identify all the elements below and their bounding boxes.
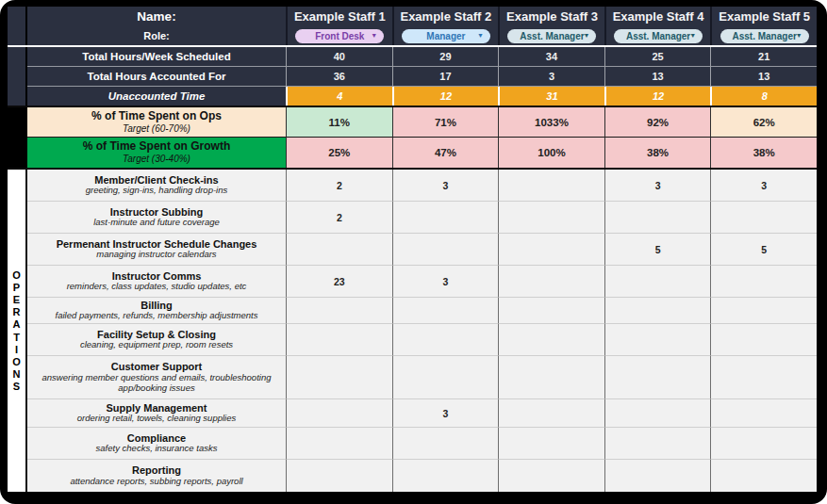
unaccounted-time-cell[interactable]: 8 xyxy=(710,87,817,106)
task-value-cell[interactable] xyxy=(498,234,604,266)
task-value-cell[interactable] xyxy=(604,399,711,428)
staff-column-header-2: Example Staff 2 xyxy=(392,7,499,26)
role-dropdown-front-desk[interactable]: Front Desk ▼ xyxy=(295,29,384,43)
hours-accounted-cell[interactable]: 13 xyxy=(604,67,711,87)
task-value-cell[interactable] xyxy=(498,356,604,399)
task-value-cell[interactable] xyxy=(286,234,392,266)
role-cell-5: Asst. Manager ▼ xyxy=(710,26,817,45)
hours-scheduled-cell[interactable]: 25 xyxy=(604,47,711,67)
task-value-cell[interactable] xyxy=(710,460,817,492)
task-value-cell[interactable] xyxy=(498,202,604,234)
task-value-cell[interactable]: 2 xyxy=(286,170,392,202)
task-value-cell[interactable] xyxy=(392,202,499,234)
task-value-cell[interactable] xyxy=(392,234,499,266)
task-value-cell[interactable] xyxy=(392,460,499,492)
hours-accounted-cell[interactable]: 17 xyxy=(392,67,499,87)
staff-time-tracker-sheet: Name: Example Staff 1 Example Staff 2 Ex… xyxy=(0,0,827,504)
hours-scheduled-cell[interactable]: 40 xyxy=(286,47,392,67)
hours-scheduled-cell[interactable]: 29 xyxy=(392,47,499,67)
hours-scheduled-cell[interactable]: 21 xyxy=(710,47,817,67)
task-value-cell[interactable] xyxy=(604,428,711,460)
task-value-cell[interactable]: 3 xyxy=(392,170,499,202)
task-value-cell[interactable] xyxy=(498,399,604,428)
role-cell-3: Asst. Manager ▼ xyxy=(498,26,604,45)
task-value-cell[interactable] xyxy=(498,324,604,356)
hours-scheduled-cell[interactable]: 34 xyxy=(498,47,604,67)
task-value-cell[interactable] xyxy=(286,428,392,460)
chevron-down-icon: ▼ xyxy=(371,32,377,39)
task-value-cell[interactable] xyxy=(286,460,392,492)
role-dropdown-manager[interactable]: Manager ▼ xyxy=(402,29,490,43)
task-value-cell[interactable] xyxy=(498,170,604,202)
operations-section: O P E R A T I O N S Member/Client Check-… xyxy=(8,170,817,492)
task-value-cell[interactable] xyxy=(286,298,392,324)
unaccounted-time-cell[interactable]: 12 xyxy=(392,87,499,106)
task-label-instructor-subbing: Instructor Subbing last-minute and futur… xyxy=(27,202,286,234)
ops-percent-cell[interactable]: 62% xyxy=(710,107,817,138)
ops-percent-cell[interactable]: 71% xyxy=(392,107,499,138)
growth-percent-label: % of Time Spent on Growth Target (30-40%… xyxy=(27,138,286,168)
task-value-cell[interactable] xyxy=(710,399,817,428)
task-value-cell[interactable]: 3 xyxy=(710,170,817,202)
growth-percent-cell[interactable]: 100% xyxy=(498,138,604,168)
task-value-cell[interactable] xyxy=(392,356,499,399)
task-value-cell[interactable] xyxy=(710,266,817,298)
header-section: Name: Example Staff 1 Example Staff 2 Ex… xyxy=(8,7,817,106)
unaccounted-time-cell[interactable]: 4 xyxy=(286,87,392,106)
task-value-cell[interactable]: 5 xyxy=(604,234,711,266)
task-label-facility-setup: Facility Setup & Closing cleaning, equip… xyxy=(27,324,286,356)
task-label-supply-management: Supply Management ordering retail, towel… xyxy=(27,399,286,428)
task-label-instructor-comms: Instructor Comms reminders, class update… xyxy=(27,266,286,298)
hours-accounted-cell[interactable]: 36 xyxy=(286,67,392,87)
ops-percent-cell[interactable]: 11% xyxy=(286,107,392,138)
task-value-cell[interactable] xyxy=(604,266,711,298)
task-value-cell[interactable] xyxy=(710,356,817,399)
task-value-cell[interactable]: 2 xyxy=(286,202,392,234)
task-value-cell[interactable] xyxy=(604,324,711,356)
task-value-cell[interactable] xyxy=(286,356,392,399)
task-value-cell[interactable] xyxy=(710,298,817,324)
task-value-cell[interactable] xyxy=(392,298,499,324)
growth-percent-cell[interactable]: 25% xyxy=(286,138,392,168)
ops-percent-cell[interactable]: 92% xyxy=(604,107,711,138)
task-value-cell[interactable] xyxy=(392,428,499,460)
task-value-cell[interactable]: 5 xyxy=(710,234,817,266)
task-label-customer-support: Customer Support answering member questi… xyxy=(27,356,286,399)
task-value-cell[interactable] xyxy=(498,460,604,492)
role-dropdown-label: Front Desk xyxy=(315,31,364,41)
task-value-cell[interactable]: 23 xyxy=(286,266,392,298)
task-value-cell[interactable] xyxy=(604,356,711,399)
task-value-cell[interactable]: 3 xyxy=(392,266,499,298)
growth-percent-cell[interactable]: 47% xyxy=(392,138,499,168)
task-value-cell[interactable] xyxy=(710,324,817,356)
unaccounted-time-cell[interactable]: 12 xyxy=(604,87,711,106)
task-value-cell[interactable] xyxy=(392,324,499,356)
task-value-cell[interactable]: 3 xyxy=(604,170,711,202)
role-dropdown-label: Asst. Manager xyxy=(733,31,797,41)
role-row-label: Role: xyxy=(27,26,286,45)
role-dropdown-asst-manager[interactable]: Asst. Manager ▼ xyxy=(720,29,809,43)
role-dropdown-asst-manager[interactable]: Asst. Manager ▼ xyxy=(507,29,596,43)
growth-percent-cell[interactable]: 38% xyxy=(604,138,711,168)
task-value-cell[interactable]: 3 xyxy=(392,399,499,428)
task-value-cell[interactable] xyxy=(604,460,711,492)
ops-percent-cell[interactable]: 1033% xyxy=(498,107,604,138)
operations-vertical-label: O P E R A T I O N S xyxy=(8,170,27,492)
task-value-cell[interactable] xyxy=(710,202,817,234)
task-value-cell[interactable] xyxy=(498,298,604,324)
growth-percent-title: % of Time Spent on Growth xyxy=(83,140,230,154)
unaccounted-time-cell[interactable]: 31 xyxy=(498,87,604,106)
task-label-compliance: Compliance safety checks, insurance task… xyxy=(27,428,286,460)
hours-accounted-cell[interactable]: 3 xyxy=(498,67,604,87)
task-value-cell[interactable] xyxy=(498,428,604,460)
role-dropdown-label: Asst. Manager xyxy=(626,31,690,41)
task-value-cell[interactable] xyxy=(498,266,604,298)
hours-accounted-cell[interactable]: 13 xyxy=(710,67,817,87)
growth-percent-cell[interactable]: 38% xyxy=(710,138,817,168)
task-value-cell[interactable] xyxy=(286,324,392,356)
role-dropdown-asst-manager[interactable]: Asst. Manager ▼ xyxy=(614,29,703,43)
task-value-cell[interactable] xyxy=(604,202,711,234)
task-value-cell[interactable] xyxy=(286,399,392,428)
task-value-cell[interactable] xyxy=(710,428,817,460)
task-value-cell[interactable] xyxy=(604,298,711,324)
